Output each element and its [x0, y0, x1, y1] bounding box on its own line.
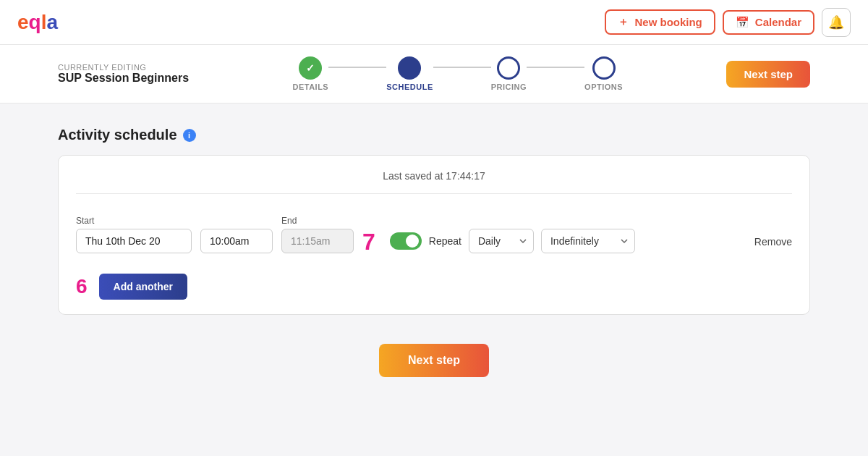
step-pricing-circle [497, 56, 520, 80]
step-schedule-label: SCHEDULE [386, 83, 433, 91]
step-details-circle: ✓ [299, 56, 322, 80]
start-time-field-group [200, 216, 273, 253]
step-options[interactable]: OPTIONS [584, 56, 623, 91]
section-title-row: Activity schedule i [58, 127, 810, 143]
info-icon[interactable]: i [183, 129, 196, 142]
start-time-label [200, 216, 273, 226]
step-connector-1 [328, 67, 386, 68]
start-field-group: Start [76, 216, 192, 253]
editing-bar: CURRENTLY EDITING SUP Session Beginners … [0, 45, 868, 104]
calendar-button[interactable]: 📅 Calendar [723, 10, 814, 35]
end-label: End [281, 216, 354, 226]
header-actions: ＋ New booking 📅 Calendar 🔔 [605, 8, 851, 37]
bell-icon: 🔔 [828, 14, 844, 30]
start-time-input[interactable] [200, 229, 273, 253]
schedule-row: Start End 7 Repeat [76, 208, 792, 259]
step-schedule[interactable]: SCHEDULE [386, 56, 433, 91]
next-step-bottom-button[interactable]: Next step [379, 344, 489, 377]
editing-info: CURRENTLY EDITING SUP Session Beginners [58, 63, 189, 85]
logo: eqla [17, 11, 58, 34]
new-booking-button[interactable]: ＋ New booking [605, 9, 715, 35]
schedule-card: Last saved at 17:44:17 Start End 7 [58, 155, 810, 315]
repeat-label: Repeat [429, 235, 461, 247]
step-details[interactable]: ✓ DETAILS [292, 56, 328, 91]
plus-icon: ＋ [618, 15, 629, 29]
toggle-slider [390, 232, 422, 250]
editing-title: SUP Session Beginners [58, 72, 189, 85]
step-connector-3 [527, 67, 584, 68]
header: eqla ＋ New booking 📅 Calendar 🔔 [0, 0, 868, 45]
start-date-input[interactable] [76, 229, 192, 253]
calendar-label: Calendar [755, 16, 801, 28]
notifications-button[interactable]: 🔔 [822, 8, 851, 37]
calendar-icon: 📅 [736, 16, 749, 29]
step-details-label: DETAILS [292, 83, 328, 91]
step-options-circle [592, 56, 616, 80]
editing-label: CURRENTLY EDITING [58, 63, 189, 72]
repeat-section: Repeat Daily Weekly Monthly Indefinitely… [390, 214, 635, 253]
section-title: Activity schedule [58, 127, 177, 143]
step-options-label: OPTIONS [584, 83, 623, 91]
add-another-row: 6 Add another [76, 274, 792, 300]
add-another-button[interactable]: Add another [99, 274, 187, 300]
end-field-group: End [281, 216, 354, 253]
add-another-badge: 6 [76, 276, 88, 297]
schedule-badge-7: 7 [362, 230, 375, 253]
repeat-duration-select[interactable]: Indefinitely Set end date [541, 229, 635, 253]
bottom-actions: Next step [58, 344, 810, 377]
repeat-toggle[interactable] [390, 232, 422, 250]
new-booking-label: New booking [634, 16, 702, 28]
last-saved: Last saved at 17:44:17 [76, 170, 792, 194]
start-label: Start [76, 216, 192, 226]
remove-link[interactable]: Remove [754, 236, 792, 248]
step-pricing[interactable]: PRICING [491, 56, 527, 91]
steps-bar: ✓ DETAILS SCHEDULE PRICING OPTIONS [292, 56, 623, 91]
step-connector-2 [433, 67, 491, 68]
end-time-input[interactable] [281, 229, 354, 253]
main-content: Activity schedule i Last saved at 17:44:… [0, 104, 868, 400]
repeat-frequency-select[interactable]: Daily Weekly Monthly [469, 229, 534, 253]
step-pricing-label: PRICING [491, 83, 527, 91]
next-step-header-button[interactable]: Next step [726, 61, 810, 88]
step-schedule-circle [398, 56, 421, 80]
